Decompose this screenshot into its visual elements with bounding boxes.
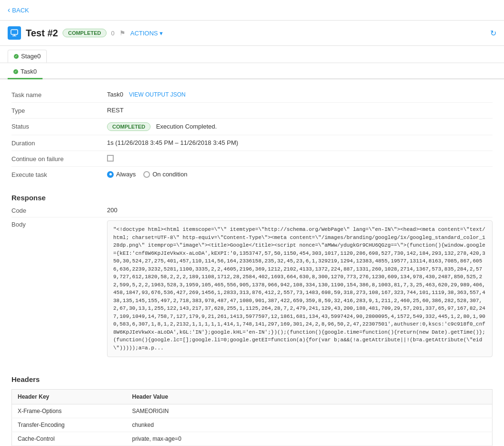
- detail-row-continue: Continue on failure: [11, 151, 493, 167]
- nav-bar: BACK: [0, 0, 504, 21]
- header-left: Test #2 COMPLETED 0 ⚑ ACTIONS ▾: [8, 26, 163, 40]
- actions-chevron-icon: ▾: [160, 30, 163, 37]
- status-badge-header: COMPLETED: [63, 29, 106, 37]
- always-radio[interactable]: [107, 171, 114, 178]
- type-label: Type: [11, 107, 107, 114]
- body-label: Body: [11, 220, 107, 228]
- header-key-cell: X-Frame-Options: [12, 404, 127, 418]
- header-key-cell: Transfer-Encoding: [12, 418, 127, 432]
- body-content[interactable]: "<!doctype html><html itemscope=\"\" ite…: [107, 220, 493, 357]
- condition-option[interactable]: On condition: [143, 171, 187, 178]
- col-header-value: Header Value: [127, 390, 493, 404]
- back-link[interactable]: BACK: [8, 6, 29, 14]
- headers-section: Headers Header Key Header Value X-Frame-…: [0, 368, 504, 446]
- view-output-link[interactable]: VIEW OUTPUT JSON: [129, 91, 185, 98]
- task-tabs: Task0: [0, 63, 504, 79]
- table-row: Transfer-Encodingchunked: [12, 418, 493, 432]
- header-value-cell: chunked: [127, 418, 493, 432]
- code-value: 200: [107, 207, 493, 214]
- stage-dot-stage0: [14, 54, 19, 59]
- taskname-label: Task name: [11, 91, 107, 98]
- always-label: Always: [116, 171, 136, 178]
- task-tab-task0[interactable]: Task0: [8, 66, 43, 79]
- code-label: Code: [11, 207, 107, 214]
- tag-icon: ⚑: [119, 29, 126, 37]
- headers-table-header-row: Header Key Header Value: [12, 390, 493, 404]
- header-bar: Test #2 COMPLETED 0 ⚑ ACTIONS ▾ ↻: [0, 21, 504, 46]
- table-row: Cache-Controlprivate, max-age=0: [12, 432, 493, 446]
- header-right: ↻: [490, 29, 496, 38]
- duration-label: Duration: [11, 139, 107, 147]
- condition-label: On condition: [152, 171, 187, 178]
- continue-checkbox[interactable]: [107, 155, 114, 162]
- execute-label: Execute task: [11, 171, 107, 178]
- taskname-value: Task0 VIEW OUTPUT JSON: [107, 91, 493, 98]
- response-code-row: Code 200: [11, 204, 493, 218]
- actions-label: ACTIONS: [130, 30, 158, 37]
- detail-section: Task name Task0 VIEW OUTPUT JSON Type RE…: [0, 79, 504, 190]
- task-dot-task0: [13, 69, 18, 74]
- detail-row-execute: Execute task Always On condition: [11, 167, 493, 182]
- condition-radio[interactable]: [143, 171, 150, 178]
- task-tab-label-task0: Task0: [21, 68, 37, 75]
- task-name-text: Task0: [107, 91, 123, 98]
- always-option[interactable]: Always: [107, 171, 136, 178]
- status-completed-badge: COMPLETED: [107, 122, 150, 131]
- response-section: Response Code 200 Body "<!doctype html><…: [0, 190, 504, 368]
- header-key-cell: Cache-Control: [12, 432, 127, 446]
- headers-table: Header Key Header Value X-Frame-OptionsS…: [11, 389, 493, 446]
- type-value: REST: [107, 107, 493, 114]
- response-body-row: Body "<!doctype html><html itemscope=\"\…: [11, 218, 493, 360]
- execute-value: Always On condition: [107, 171, 493, 178]
- stage-tabs: Stage0: [0, 46, 504, 63]
- headers-title: Headers: [11, 371, 493, 385]
- detail-row-taskname: Task name Task0 VIEW OUTPUT JSON: [11, 87, 493, 103]
- status-value: COMPLETED Execution Completed.: [107, 122, 493, 131]
- test-icon: [8, 26, 21, 40]
- col-header-key: Header Key: [12, 390, 127, 404]
- response-title: Response: [11, 190, 493, 204]
- detail-row-duration: Duration 1s (11/26/2018 3:45 PM – 11/26/…: [11, 135, 493, 151]
- stage-tab-stage0[interactable]: Stage0: [8, 50, 47, 63]
- refresh-icon[interactable]: ↻: [490, 29, 496, 38]
- actions-button[interactable]: ACTIONS ▾: [130, 30, 163, 37]
- status-label: Status: [11, 122, 107, 130]
- duration-value: 1s (11/26/2018 3:45 PM – 11/26/2018 3:45…: [107, 139, 493, 146]
- status-text: Execution Completed.: [156, 123, 217, 130]
- header-value-cell: private, max-age=0: [127, 432, 493, 446]
- detail-row-type: Type REST: [11, 103, 493, 119]
- continue-value: [107, 155, 493, 162]
- page-title: Test #2: [26, 28, 58, 39]
- header-value-cell: SAMEORIGIN: [127, 404, 493, 418]
- svg-rect-0: [11, 30, 18, 34]
- stage-tab-label-stage0: Stage0: [21, 53, 41, 60]
- continue-label: Continue on failure: [11, 155, 107, 163]
- table-row: X-Frame-OptionsSAMEORIGIN: [12, 404, 493, 418]
- circle-count: 0: [111, 30, 115, 37]
- detail-row-status: Status COMPLETED Execution Completed.: [11, 119, 493, 135]
